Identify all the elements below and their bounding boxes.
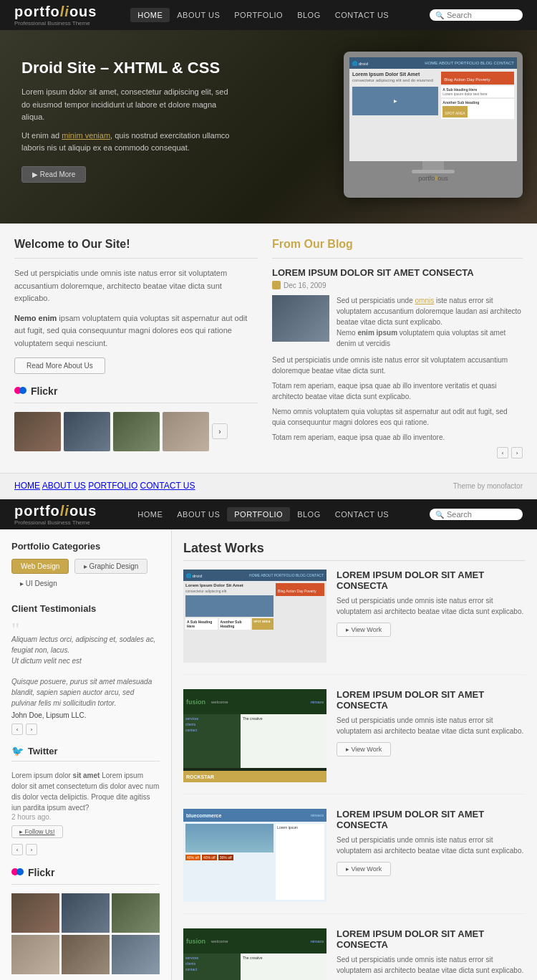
portfolio-text-2: Sed ut perspiciatis unde omnis iste natu…	[337, 715, 526, 736]
testimonial-pagination: ‹ ›	[11, 724, 160, 735]
blue-sidebar-content: Lorem ipsum	[277, 825, 323, 830]
twitter-prev[interactable]: ‹	[11, 844, 23, 855]
monitor-spot: SPOT AREA	[442, 106, 467, 117]
twitter-section: 🐦 Twitter	[11, 745, 160, 756]
test-next[interactable]: ›	[26, 724, 37, 735]
blue-logo: bluecommerce	[186, 813, 221, 818]
nav2-portfolio[interactable]: PORTFOLIO	[227, 507, 290, 522]
latest-works-title: Latest Works	[183, 541, 526, 561]
nav2-about[interactable]: ABOUT US	[170, 507, 227, 522]
nav-home[interactable]: HOME	[130, 8, 170, 22]
blog-link-1[interactable]: omnis	[415, 297, 435, 304]
nav2-contact[interactable]: CONTACT US	[328, 507, 397, 522]
monitor-nav: HOME ABOUT PORTFOLIO BLOG CONTACT	[425, 61, 514, 65]
cat-web-design[interactable]: Web Design	[11, 559, 69, 574]
monitor-brand: portfolious	[349, 175, 517, 182]
test-prev[interactable]: ‹	[11, 724, 23, 735]
blue-nav: nimaro	[311, 813, 324, 817]
blue-main: 40% off 40% off 36% off	[185, 824, 274, 900]
nav-portfolio[interactable]: PORTFOLIO	[227, 8, 290, 22]
portfolio-text-3: Sed ut perspiciatis unde omnis iste natu…	[337, 835, 526, 856]
cat-graphic-design[interactable]: ▸ Graphic Design	[74, 559, 148, 574]
blog-date: Dec 16, 2009	[272, 281, 523, 289]
droid-spot: SPOT AREA	[252, 618, 274, 630]
portfolio-title-4: LOREM IPSUM DOLOR SIT AMET CONSECTA	[337, 928, 526, 950]
footer-credit-home: Theme by monofactor	[453, 482, 523, 490]
cat-ui-design[interactable]: ▸ UI Design	[11, 577, 66, 590]
fusion2-body: services clients contact The creative	[183, 953, 326, 980]
blog-bold-1: enim ipsum	[357, 329, 397, 337]
search-input-portfolio[interactable]	[447, 510, 517, 519]
droid-nav: HOME ABOUT PORTFOLIO BLOG CONTACT	[249, 573, 324, 577]
blog-full-text-3: Nemo omnis voluptatem quia voluptas sit …	[272, 406, 523, 428]
sidebar-flickr-dot-blue	[16, 868, 24, 875]
flickr-title-home: Flickr	[31, 385, 57, 397]
blue-topbar: bluecommerce nimaro	[183, 809, 326, 822]
read-more-button[interactable]: ▶ Read More	[21, 166, 86, 183]
twitter-label: Twitter	[28, 746, 58, 756]
hero-text-1: Lorem ipsum dolor sit amet, consectetur …	[21, 86, 236, 124]
testimonial-quote: Aliquam lectus orci, adipiscing et, soda…	[11, 634, 160, 655]
blue-screen: bluecommerce nimaro 40% off 40% off 36% …	[183, 809, 326, 902]
droid-sub2-title: Another Sub Heading	[221, 620, 250, 628]
footer-nav-about-link[interactable]: ABOUT US	[42, 481, 86, 491]
pag-next[interactable]: ›	[511, 447, 523, 458]
droid-subtext: consectetur adipiscing elit	[185, 589, 274, 593]
nav-contact[interactable]: CONTACT US	[328, 8, 397, 22]
logo-portfolio[interactable]: portfolious Professional Business Theme	[14, 503, 97, 526]
portfolio-title-1: LOREM IPSUM DOLOR SIT AMET CONSECTA	[337, 570, 526, 591]
portfolio-thumb-3: bluecommerce nimaro 40% off 40% off 36% …	[183, 809, 326, 902]
portfolio-item-1: 🌐 droid HOME ABOUT PORTFOLIO BLOG CONTAC…	[183, 570, 526, 675]
nav-blog[interactable]: BLOG	[290, 8, 328, 22]
fusion-content: The creative	[243, 716, 324, 721]
search-box-home[interactable]: 🔍	[430, 9, 523, 21]
droid-sub1: A Sub Heading Here	[185, 618, 218, 630]
discount-3: 36% off	[218, 855, 233, 860]
monitor-chevron: ▶	[394, 98, 397, 103]
search-box-portfolio[interactable]: 🔍	[430, 509, 523, 520]
fusion-body: services clients contact The creative	[183, 714, 326, 768]
nav2-home[interactable]: HOME	[130, 507, 170, 522]
flickr-dot-blue	[19, 387, 26, 394]
monitor-card1: A Sub Heading Here Lorem ipsum dolor tex…	[441, 86, 514, 97]
flickr-image-4	[163, 412, 209, 451]
monitor-blog-text: Blog Action Day Poverty	[444, 77, 490, 82]
fusion-screen: fusion welcome nimaro services clients c…	[183, 689, 326, 782]
logo-subtitle: Professional Business Theme	[14, 20, 97, 27]
right-column: From Our Blog LOREM IPSUM DOLOR SIT AMET…	[272, 238, 523, 458]
hero-link[interactable]: minim veniam	[62, 131, 110, 140]
twitter-next[interactable]: ›	[26, 844, 37, 855]
read-more-about-button[interactable]: Read More About Us	[14, 357, 105, 374]
flickr-section-home: Flickr	[14, 385, 258, 397]
main-nav-home: HOME ABOUT US PORTFOLIO BLOG CONTACT US	[130, 8, 396, 22]
nav2-blog[interactable]: BLOG	[290, 507, 328, 522]
portfolio-item-4: fusion welcome nimaro services clients c…	[183, 928, 526, 980]
monitor-sidebar: Blog Action Day Poverty A Sub Heading He…	[441, 72, 514, 158]
blog-pagination: ‹ ›	[272, 447, 523, 458]
flickr-next-button[interactable]: ›	[212, 423, 228, 439]
flickr-divider	[14, 403, 258, 403]
footer-nav-home-link[interactable]: HOME	[14, 481, 40, 491]
sidebar-flickr-img-3	[112, 893, 160, 933]
footer-nav-portfolio-link[interactable]: PORTFOLIO	[88, 481, 137, 491]
nimaro2-link: nimaro	[311, 939, 324, 943]
monitor-headline: Lorem Ipsum Dolor Sit Amet	[352, 72, 438, 77]
testimonial-sub: Ut dictum velit nec est	[11, 655, 160, 666]
blog-side-text: Sed ut perspiciatis unde omnis iste natu…	[337, 295, 523, 349]
follow-button[interactable]: ▸ Follow Us!	[11, 825, 63, 838]
fusion-menu-2: clients	[185, 722, 238, 726]
footer-nav-contact-link[interactable]: CONTACT US	[140, 481, 195, 491]
logo[interactable]: portfolious Professional Business Theme	[14, 4, 97, 27]
testimonials-title: Client Testimonials	[11, 603, 160, 614]
pag-prev[interactable]: ‹	[497, 447, 508, 458]
view-work-btn-1[interactable]: ▸ View Work	[337, 623, 391, 637]
fusion-nav: welcome	[211, 700, 228, 704]
view-work-btn-2[interactable]: ▸ View Work	[337, 742, 391, 756]
search-input-home[interactable]	[447, 11, 517, 19]
fusion-menu-3: contact	[185, 728, 238, 732]
fusion2-content: The creative	[243, 956, 324, 960]
view-work-btn-3[interactable]: ▸ View Work	[337, 862, 391, 876]
nav-about[interactable]: ABOUT US	[170, 8, 227, 22]
flickr-image-1	[14, 412, 61, 451]
rockstar-text: ROCKSTAR	[186, 774, 214, 779]
